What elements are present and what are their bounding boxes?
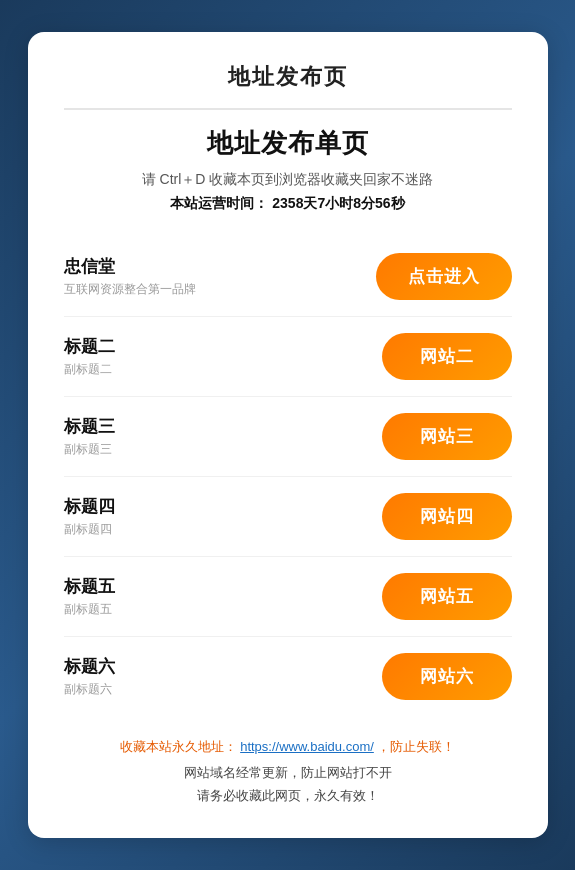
footer-link-line: 收藏本站永久地址： https://www.baidu.com/ ，防止失联！ bbox=[64, 738, 512, 756]
site-sub-6: 副标题六 bbox=[64, 681, 115, 698]
site-info-4: 标题四副标题四 bbox=[64, 495, 115, 538]
footer-link[interactable]: https://www.baidu.com/ bbox=[240, 739, 374, 754]
site-btn-3[interactable]: 网站三 bbox=[382, 413, 512, 460]
site-item-3: 标题三副标题三网站三 bbox=[64, 397, 512, 477]
site-item-1: 忠信堂互联网资源整合第一品牌点击进入 bbox=[64, 237, 512, 317]
main-card: 地址发布页 地址发布单页 请 Ctrl＋D 收藏本页到浏览器收藏夹回家不迷路 本… bbox=[28, 32, 548, 838]
site-btn-1[interactable]: 点击进入 bbox=[376, 253, 512, 300]
runtime-text: 本站运营时间： 2358天7小时8分56秒 bbox=[64, 195, 512, 213]
site-btn-5[interactable]: 网站五 bbox=[382, 573, 512, 620]
site-name-6: 标题六 bbox=[64, 655, 115, 678]
page-title: 地址发布页 bbox=[64, 62, 512, 110]
site-info-5: 标题五副标题五 bbox=[64, 575, 115, 618]
footer-section: 收藏本站永久地址： https://www.baidu.com/ ，防止失联！ … bbox=[64, 738, 512, 805]
footer-link-prefix: 收藏本站永久地址： bbox=[120, 739, 237, 754]
site-item-2: 标题二副标题二网站二 bbox=[64, 317, 512, 397]
site-sub-4: 副标题四 bbox=[64, 521, 115, 538]
section-title: 地址发布单页 bbox=[64, 126, 512, 161]
site-name-3: 标题三 bbox=[64, 415, 115, 438]
site-btn-4[interactable]: 网站四 bbox=[382, 493, 512, 540]
subtitle-text: 请 Ctrl＋D 收藏本页到浏览器收藏夹回家不迷路 bbox=[64, 171, 512, 189]
site-btn-2[interactable]: 网站二 bbox=[382, 333, 512, 380]
runtime-value: 2358天7小时8分56秒 bbox=[272, 195, 404, 211]
site-sub-5: 副标题五 bbox=[64, 601, 115, 618]
site-info-1: 忠信堂互联网资源整合第一品牌 bbox=[64, 255, 196, 298]
site-item-4: 标题四副标题四网站四 bbox=[64, 477, 512, 557]
footer-link-suffix: ，防止失联！ bbox=[377, 739, 455, 754]
site-list: 忠信堂互联网资源整合第一品牌点击进入标题二副标题二网站二标题三副标题三网站三标题… bbox=[64, 237, 512, 716]
site-btn-6[interactable]: 网站六 bbox=[382, 653, 512, 700]
site-name-2: 标题二 bbox=[64, 335, 115, 358]
site-name-1: 忠信堂 bbox=[64, 255, 196, 278]
site-info-6: 标题六副标题六 bbox=[64, 655, 115, 698]
site-name-4: 标题四 bbox=[64, 495, 115, 518]
site-sub-3: 副标题三 bbox=[64, 441, 115, 458]
footer-note-2: 请务必收藏此网页，永久有效！ bbox=[64, 787, 512, 805]
site-name-5: 标题五 bbox=[64, 575, 115, 598]
site-info-3: 标题三副标题三 bbox=[64, 415, 115, 458]
footer-note-1: 网站域名经常更新，防止网站打不开 bbox=[64, 764, 512, 782]
site-sub-1: 互联网资源整合第一品牌 bbox=[64, 281, 196, 298]
site-item-6: 标题六副标题六网站六 bbox=[64, 637, 512, 716]
site-sub-2: 副标题二 bbox=[64, 361, 115, 378]
site-info-2: 标题二副标题二 bbox=[64, 335, 115, 378]
site-item-5: 标题五副标题五网站五 bbox=[64, 557, 512, 637]
runtime-label: 本站运营时间： bbox=[170, 195, 268, 211]
